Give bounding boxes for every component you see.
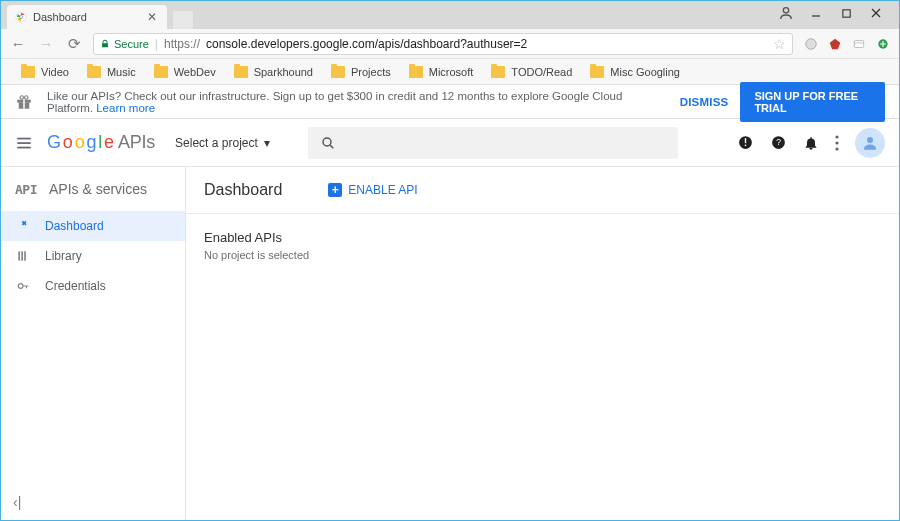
bookmark-star-icon[interactable]: ☆ bbox=[773, 36, 786, 52]
sidebar-item-label: Dashboard bbox=[45, 219, 104, 233]
svg-point-3 bbox=[783, 8, 788, 13]
alert-icon[interactable] bbox=[737, 134, 754, 151]
more-icon[interactable] bbox=[835, 135, 839, 151]
svg-rect-30 bbox=[18, 251, 20, 260]
extension-icon[interactable] bbox=[851, 36, 867, 52]
console-header: Google APIs Select a project ▾ ? bbox=[1, 119, 899, 167]
notifications-icon[interactable] bbox=[803, 135, 819, 151]
folder-icon bbox=[590, 66, 604, 78]
project-selector[interactable]: Select a project ▾ bbox=[175, 136, 270, 150]
person-icon bbox=[861, 134, 879, 152]
url-scheme: https:// bbox=[164, 37, 200, 51]
bookmark-label: Video bbox=[41, 66, 69, 78]
svg-point-27 bbox=[835, 141, 838, 144]
browser-tab[interactable]: Dashboard ✕ bbox=[7, 5, 167, 29]
svg-rect-32 bbox=[24, 251, 26, 260]
bookmark-label: Misc Googling bbox=[610, 66, 680, 78]
library-icon bbox=[15, 249, 31, 263]
search-input[interactable] bbox=[308, 127, 678, 159]
extension-icon[interactable] bbox=[827, 36, 843, 52]
bookmark-folder[interactable]: Misc Googling bbox=[590, 66, 680, 78]
omnibox[interactable]: Secure | https://console.developers.goog… bbox=[93, 33, 793, 55]
content: Enabled APIs No project is selected bbox=[186, 214, 899, 277]
new-tab-button[interactable] bbox=[173, 11, 193, 29]
bookmark-folder[interactable]: TODO/Read bbox=[491, 66, 572, 78]
window-close-icon[interactable] bbox=[861, 3, 891, 23]
help-icon[interactable]: ? bbox=[770, 134, 787, 151]
learn-more-link[interactable]: Learn more bbox=[96, 102, 155, 114]
forward-icon[interactable]: → bbox=[37, 35, 55, 52]
google-apis-logo[interactable]: Google APIs bbox=[47, 132, 155, 153]
bookmark-label: Microsoft bbox=[429, 66, 474, 78]
bookmark-label: TODO/Read bbox=[511, 66, 572, 78]
free-trial-button[interactable]: SIGN UP FOR FREE TRIAL bbox=[740, 82, 885, 122]
svg-rect-16 bbox=[17, 137, 31, 139]
minimize-icon[interactable] bbox=[801, 3, 831, 23]
tab-title: Dashboard bbox=[33, 11, 87, 23]
folder-icon bbox=[154, 66, 168, 78]
api-icon: API bbox=[15, 182, 37, 197]
bookmark-folder[interactable]: Projects bbox=[331, 66, 391, 78]
svg-rect-31 bbox=[21, 251, 23, 260]
svg-point-15 bbox=[25, 95, 28, 98]
section-title: Enabled APIs bbox=[204, 230, 881, 245]
chevron-down-icon: ▾ bbox=[264, 136, 270, 150]
sidebar-item-label: Library bbox=[45, 249, 82, 263]
dashboard-icon bbox=[15, 219, 31, 233]
enable-api-button[interactable]: + ENABLE API bbox=[328, 183, 417, 197]
svg-text:?: ? bbox=[776, 137, 781, 147]
promo-banner: Like our APIs? Check out our infrastruct… bbox=[1, 85, 899, 119]
svg-rect-23 bbox=[745, 145, 746, 146]
svg-point-8 bbox=[806, 38, 817, 49]
svg-line-20 bbox=[330, 145, 333, 148]
avatar[interactable] bbox=[855, 128, 885, 158]
svg-point-29 bbox=[867, 137, 873, 143]
empty-message: No project is selected bbox=[204, 249, 881, 261]
url-path: console.developers.google.com/apis/dashb… bbox=[206, 37, 527, 51]
sidebar-item-dashboard[interactable]: Dashboard bbox=[1, 211, 185, 241]
tab-strip: Dashboard ✕ bbox=[1, 1, 899, 29]
extension-icon[interactable] bbox=[803, 36, 819, 52]
secure-label: Secure bbox=[114, 38, 149, 50]
folder-icon bbox=[491, 66, 505, 78]
sidebar-item-credentials[interactable]: Credentials bbox=[1, 271, 185, 301]
close-icon[interactable]: ✕ bbox=[147, 10, 157, 24]
bookmark-folder[interactable]: Music bbox=[87, 66, 136, 78]
bookmark-folder[interactable]: Video bbox=[21, 66, 69, 78]
extension-icons bbox=[803, 36, 891, 52]
sidebar-item-library[interactable]: Library bbox=[1, 241, 185, 271]
account-icon[interactable] bbox=[771, 3, 801, 23]
page-title: Dashboard bbox=[204, 181, 282, 199]
folder-icon bbox=[21, 66, 35, 78]
svg-rect-18 bbox=[17, 146, 31, 148]
folder-icon bbox=[234, 66, 248, 78]
bookmark-folder[interactable]: WebDev bbox=[154, 66, 216, 78]
svg-rect-22 bbox=[745, 138, 746, 143]
sidebar: API APIs & services Dashboard Library Cr… bbox=[1, 167, 186, 520]
reload-icon[interactable]: ⟳ bbox=[65, 35, 83, 53]
folder-icon bbox=[331, 66, 345, 78]
folder-icon bbox=[409, 66, 423, 78]
bookmark-label: Music bbox=[107, 66, 136, 78]
maximize-icon[interactable] bbox=[831, 3, 861, 23]
svg-rect-5 bbox=[842, 9, 849, 16]
back-icon[interactable]: ← bbox=[9, 35, 27, 52]
svg-point-14 bbox=[20, 95, 23, 98]
dismiss-button[interactable]: DISMISS bbox=[680, 96, 729, 108]
bookmark-label: Sparkhound bbox=[254, 66, 313, 78]
svg-point-26 bbox=[835, 135, 838, 138]
promo-text: Like our APIs? Check out our infrastruct… bbox=[47, 90, 666, 114]
bookmark-folder[interactable]: Sparkhound bbox=[234, 66, 313, 78]
folder-icon bbox=[87, 66, 101, 78]
sidebar-item-label: Credentials bbox=[45, 279, 106, 293]
svg-rect-13 bbox=[23, 99, 25, 108]
bookmark-folder[interactable]: Microsoft bbox=[409, 66, 474, 78]
extension-icon[interactable] bbox=[875, 36, 891, 52]
collapse-sidebar-icon[interactable]: ‹| bbox=[1, 484, 185, 520]
key-icon bbox=[15, 279, 31, 293]
bookmark-label: WebDev bbox=[174, 66, 216, 78]
lock-icon: Secure bbox=[100, 38, 149, 50]
main: Dashboard + ENABLE API Enabled APIs No p… bbox=[186, 167, 899, 520]
workspace: API APIs & services Dashboard Library Cr… bbox=[1, 167, 899, 520]
menu-icon[interactable] bbox=[15, 134, 33, 152]
